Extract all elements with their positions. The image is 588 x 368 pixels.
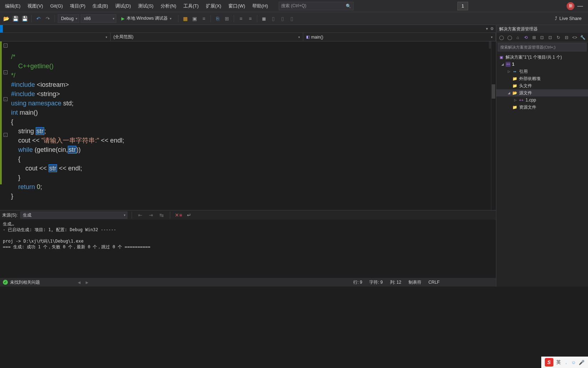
project-indicator[interactable]: 1: [457, 2, 468, 10]
output-tool-3[interactable]: ↹: [158, 211, 166, 219]
menu-project[interactable]: 项目(P): [66, 1, 89, 11]
vertical-scrollbar[interactable]: [491, 41, 496, 210]
ime-emoji-icon[interactable]: ☺: [571, 360, 576, 365]
indent-left-icon[interactable]: ≡: [237, 15, 245, 23]
expand-icon[interactable]: ▷: [514, 98, 518, 102]
tabstrip-dropdown-icon[interactable]: ▾: [486, 26, 488, 31]
home-icon[interactable]: ⌂: [515, 34, 521, 41]
status-char[interactable]: 字符: 9: [369, 279, 382, 285]
menu-build[interactable]: 生成(B): [89, 1, 111, 11]
tool-icon-3[interactable]: ≡: [200, 15, 208, 23]
save-all-icon[interactable]: 💾: [21, 15, 29, 23]
output-text[interactable]: 生成… - 已启动生成: 项目: 1, 配置: Debug Win32 ----…: [0, 220, 496, 278]
ime-sogou-icon[interactable]: S: [545, 358, 553, 367]
cube-icon: ◧: [306, 35, 310, 39]
solution-explorer-title: 解决方案资源管理器: [496, 25, 588, 33]
toolbar-separator: [31, 15, 32, 22]
ime-mic-icon[interactable]: 🎤: [579, 360, 584, 365]
menu-git[interactable]: Git(G): [47, 1, 66, 11]
scroll-left-icon[interactable]: ◀: [78, 280, 81, 284]
tool-icon[interactable]: ⊡: [547, 34, 553, 41]
fold-toggle[interactable]: −: [4, 44, 7, 48]
output-wrap-icon[interactable]: ↵: [185, 211, 193, 219]
nav-func-label: main(): [311, 35, 323, 40]
menu-edit[interactable]: 编辑(E): [1, 1, 24, 11]
fold-toggle[interactable]: −: [4, 97, 7, 101]
tree-project[interactable]: ◢ ++ 1: [496, 61, 588, 68]
project-icon: ++: [506, 62, 511, 67]
tree-external-deps[interactable]: 📁 外部依赖项: [496, 75, 588, 82]
platform-dropdown[interactable]: x86: [81, 14, 116, 23]
start-debug-button[interactable]: ▶ 本地 Windows 调试器 ▾: [118, 14, 175, 23]
menu-debug[interactable]: 调试(D): [112, 1, 135, 11]
tool-icon-8[interactable]: ▯: [288, 15, 296, 23]
back-icon[interactable]: ◯: [498, 34, 505, 41]
output-clear-icon[interactable]: ✕≡: [174, 211, 182, 219]
search-placeholder: 搜索 (Ctrl+Q): [281, 3, 306, 9]
tool-icon-7[interactable]: ▯: [279, 15, 287, 23]
nav-dropdowns: ▾ (全局范围) ▾ ◧ main() ▾: [0, 33, 496, 41]
expand-icon[interactable]: ◢: [508, 91, 512, 95]
menu-help[interactable]: 帮助(H): [249, 1, 272, 11]
menu-analyze[interactable]: 分析(N): [157, 1, 180, 11]
tabstrip-settings-icon[interactable]: ⚙: [490, 26, 494, 31]
toolbar-separator: [55, 15, 55, 22]
scroll-thumb[interactable]: [492, 84, 495, 99]
expand-icon[interactable]: ◢: [501, 63, 506, 66]
tree-headers[interactable]: 📁 头文件: [496, 82, 588, 89]
output-source-dropdown[interactable]: 生成: [20, 212, 127, 219]
status-crlf[interactable]: CRLF: [429, 280, 440, 285]
forward-icon[interactable]: ◯: [507, 34, 513, 41]
tree-references[interactable]: ▷ ▪▪ 引用: [496, 68, 588, 75]
tree-sources[interactable]: ◢ 📂 源文件: [496, 89, 588, 96]
code-content[interactable]: /* C++getline() */ #include <iostream> #…: [9, 41, 491, 210]
bookmark-icon[interactable]: ◼: [260, 15, 268, 23]
tool-icon[interactable]: ⊞: [531, 34, 537, 41]
undo-icon[interactable]: ↶: [35, 15, 42, 23]
output-tool-2[interactable]: ⇥: [147, 211, 155, 219]
tool-icon-5[interactable]: ⊞: [223, 15, 231, 23]
menu-test[interactable]: 测试(S): [135, 1, 157, 11]
refresh-icon[interactable]: ↻: [556, 34, 562, 41]
ime-punct[interactable]: ，: [564, 359, 568, 365]
menu-extensions[interactable]: 扩展(X): [202, 1, 225, 11]
config-dropdown[interactable]: Debug: [58, 14, 79, 23]
menu-view[interactable]: 视图(V): [24, 1, 46, 11]
news-badge[interactable]: 新: [567, 2, 574, 10]
open-icon[interactable]: 📂: [2, 15, 10, 23]
global-search-input[interactable]: 搜索 (Ctrl+Q) 🔍: [279, 2, 354, 10]
status-col[interactable]: 列: 12: [390, 279, 401, 285]
nav-project-dropdown[interactable]: ▾: [0, 33, 111, 41]
fold-toggle[interactable]: −: [4, 70, 7, 74]
tool-icon-4[interactable]: ⎘: [214, 15, 222, 23]
sync-icon[interactable]: ⟲: [523, 34, 529, 41]
tool-icon-2[interactable]: ▣: [191, 15, 198, 23]
indent-right-icon[interactable]: ≡: [246, 15, 254, 23]
nav-scope-dropdown[interactable]: (全局范围) ▾: [111, 33, 303, 41]
ime-lang[interactable]: 英: [556, 359, 561, 365]
tool-icon[interactable]: ⊡: [539, 34, 545, 41]
toolbar-separator: [211, 15, 211, 22]
tool-icon-6[interactable]: ▯: [269, 15, 277, 23]
tree-solution[interactable]: ▣ 解决方案"1"(1 个项目/共 1 个): [496, 54, 588, 61]
output-tool-1[interactable]: ⇤: [136, 211, 144, 219]
fold-toggle[interactable]: −: [4, 133, 7, 137]
save-icon[interactable]: 💾: [11, 15, 19, 23]
collapse-icon[interactable]: ⊟: [564, 34, 570, 41]
tool-icon[interactable]: <>: [572, 34, 578, 41]
expand-icon[interactable]: ▷: [508, 70, 512, 73]
solution-search-input[interactable]: 搜索解决方案资源管理器(Ctrl+;): [498, 43, 587, 51]
scroll-right-icon[interactable]: ▶: [86, 280, 88, 284]
tree-resources[interactable]: 📁 资源文件: [496, 104, 588, 111]
menu-window[interactable]: 窗口(W): [225, 1, 249, 11]
status-line[interactable]: 行: 9: [353, 279, 362, 285]
live-share-button[interactable]: ⤴ Live Share: [551, 16, 586, 21]
redo-icon[interactable]: ↷: [44, 15, 52, 23]
nav-function-dropdown[interactable]: ◧ main() ▾: [303, 33, 496, 41]
wrench-icon[interactable]: 🔧: [580, 34, 586, 41]
menu-tools[interactable]: 工具(T): [180, 1, 202, 11]
tool-icon-1[interactable]: ▦: [181, 15, 189, 23]
code-editor[interactable]: ⬍ − − − − /* C++getline() */ #include <i…: [0, 41, 496, 210]
status-tabs[interactable]: 制表符: [409, 279, 421, 285]
tree-cpp-file[interactable]: ▷ ++ 1.cpp: [496, 96, 588, 104]
